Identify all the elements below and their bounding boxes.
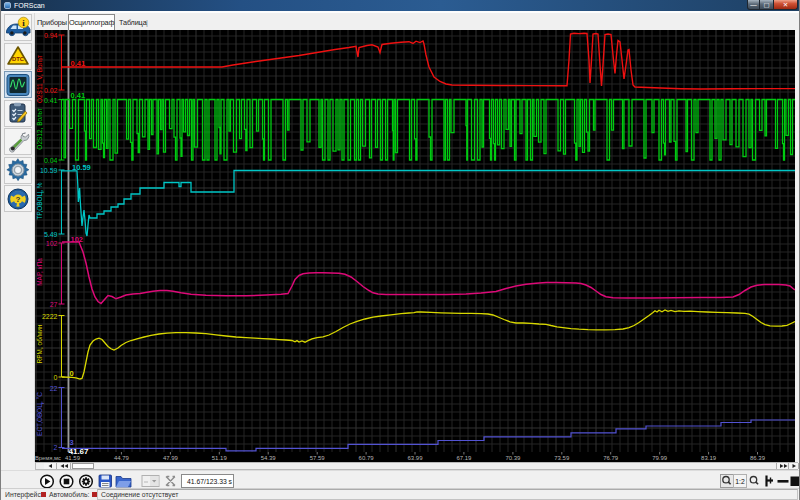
svg-text:0.41: 0.41 (71, 59, 86, 68)
svg-text:73.59: 73.59 (554, 455, 570, 461)
svg-text:76.79: 76.79 (603, 455, 619, 461)
svg-text:22: 22 (50, 385, 58, 392)
svg-text:0.94: 0.94 (44, 32, 58, 39)
svg-text:54.39: 54.39 (261, 455, 277, 461)
svg-text:0.02: 0.02 (44, 87, 58, 94)
svg-text:27: 27 (50, 301, 58, 308)
svg-text:0: 0 (54, 374, 58, 381)
svg-text:51.19: 51.19 (212, 455, 228, 461)
svg-text:60.79: 60.79 (359, 455, 375, 461)
svg-text:?: ? (16, 195, 21, 204)
svg-text:ЕСТ,ОВОЦ, °С: ЕСТ,ОВОЦ, °С (36, 392, 44, 436)
svg-text:10.59: 10.59 (72, 163, 91, 172)
svg-text:Время,мс: Время,мс (35, 455, 61, 461)
svg-text:79.99: 79.99 (652, 455, 668, 461)
svg-text:0.41: 0.41 (44, 97, 58, 104)
svg-text:47.99: 47.99 (163, 455, 179, 461)
svg-text:10.59: 10.59 (40, 167, 58, 174)
svg-text:83.19: 83.19 (701, 455, 717, 461)
svg-text:DTC: DTC (12, 56, 25, 62)
svg-text:41.67/123.33 s: 41.67/123.33 s (187, 478, 233, 485)
svg-text:0.04: 0.04 (44, 157, 58, 164)
svg-text:63.99: 63.99 (407, 455, 423, 461)
svg-text:ТР,ОВОЦ, %: ТР,ОВОЦ, % (36, 182, 44, 220)
svg-text:44.79: 44.79 (114, 455, 130, 461)
svg-text:1:2: 1:2 (735, 478, 745, 485)
svg-text:RPM, об/мин: RPM, об/мин (36, 324, 43, 363)
svg-text:2222: 2222 (42, 313, 58, 320)
svg-text:57.59: 57.59 (310, 455, 326, 461)
svg-text:МАР, кПа: МАР, кПа (36, 258, 43, 286)
svg-text:2: 2 (54, 444, 58, 451)
svg-text:0.41: 0.41 (71, 91, 86, 100)
svg-text:0: 0 (70, 369, 74, 378)
svg-text:O2S11_V, Вольт: O2S11_V, Вольт (36, 55, 44, 103)
svg-text:102: 102 (46, 240, 58, 247)
svg-text:70.39: 70.39 (505, 455, 521, 461)
svg-text:5.49: 5.49 (44, 231, 58, 238)
svg-text:67.19: 67.19 (456, 455, 472, 461)
svg-text:O2S12, Вольт: O2S12, Вольт (36, 108, 43, 149)
svg-text:86.39: 86.39 (750, 455, 766, 461)
